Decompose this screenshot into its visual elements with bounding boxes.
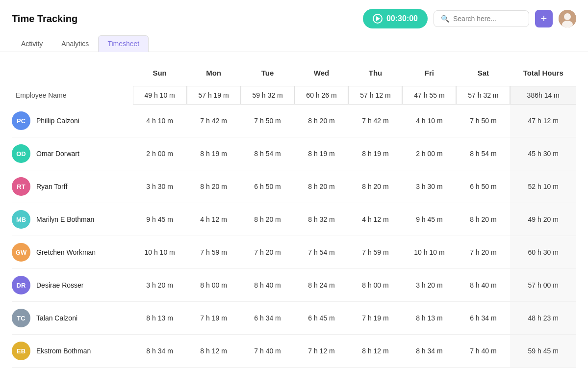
employee-name-cell: GW Gretchen Workman <box>12 236 133 269</box>
header-right: 00:30:00 🔍 + <box>363 9 576 28</box>
main-content: Sun Mon Tue Wed Thu Fri Sat Total Hours … <box>0 52 588 368</box>
hours-fri: 4 h 10 m <box>402 105 456 137</box>
col-header-sat: Sat <box>456 64 510 86</box>
hours-tue: 7 h 40 m <box>241 335 295 368</box>
employee-name-cell: OD Omar Dorwart <box>12 137 133 170</box>
hours-fri: 8 h 34 m <box>402 335 456 368</box>
table-row: RT Ryan Torff 3 h 30 m 8 h 20 m 6 h 50 m… <box>12 170 576 203</box>
totals-sun: 49 h 10 m <box>133 86 187 105</box>
table-row: OD Omar Dorwart 2 h 00 m 8 h 19 m 8 h 54… <box>12 137 576 170</box>
hours-total: 47 h 12 m <box>510 105 576 137</box>
hours-sun: 2 h 00 m <box>133 137 187 170</box>
hours-total: 49 h 20 m <box>510 203 576 236</box>
totals-row: Employee Name 49 h 10 m 57 h 19 m 59 h 3… <box>12 86 576 105</box>
hours-thu: 8 h 12 m <box>348 335 402 368</box>
employee-name: Omar Dorwart <box>36 150 79 158</box>
hours-fri: 3 h 20 m <box>402 269 456 302</box>
hours-fri: 9 h 45 m <box>402 203 456 236</box>
timer-button[interactable]: 00:30:00 <box>363 9 428 28</box>
totals-sat: 57 h 32 m <box>456 86 510 105</box>
hours-sat: 7 h 40 m <box>456 335 510 368</box>
totals-thu: 57 h 12 m <box>348 86 402 105</box>
hours-sat: 8 h 20 m <box>456 203 510 236</box>
hours-sun: 9 h 45 m <box>133 203 187 236</box>
tab-timesheet[interactable]: Timesheet <box>98 35 149 52</box>
hours-sat: 6 h 50 m <box>456 170 510 203</box>
hours-sun: 3 h 20 m <box>133 269 187 302</box>
employee-avatar: PC <box>12 111 30 130</box>
timesheet-table: Sun Mon Tue Wed Thu Fri Sat Total Hours … <box>12 64 576 368</box>
hours-mon: 8 h 20 m <box>187 170 241 203</box>
employee-name-cell: RT Ryan Torff <box>12 170 133 203</box>
hours-total: 48 h 23 m <box>510 302 576 335</box>
employee-name: Ryan Torff <box>36 183 67 190</box>
play-icon <box>373 14 383 24</box>
col-header-sun: Sun <box>133 64 187 86</box>
employee-name-cell: EB Ekstrom Bothman <box>12 335 133 368</box>
hours-mon: 8 h 19 m <box>187 137 241 170</box>
hours-sun: 3 h 30 m <box>133 170 187 203</box>
tabs: Activity Analytics Timesheet <box>0 28 588 52</box>
employee-avatar: GW <box>12 243 30 262</box>
table-row: DR Desirae Rosser 3 h 20 m 8 h 00 m 8 h … <box>12 269 576 302</box>
hours-thu: 7 h 59 m <box>348 236 402 269</box>
hours-total: 59 h 45 m <box>510 335 576 368</box>
employee-avatar: OD <box>12 144 30 163</box>
hours-fri: 8 h 13 m <box>402 302 456 335</box>
hours-mon: 7 h 19 m <box>187 302 241 335</box>
search-input[interactable] <box>453 15 522 23</box>
add-button[interactable]: + <box>535 10 553 27</box>
hours-sun: 8 h 34 m <box>133 335 187 368</box>
svg-point-1 <box>564 13 571 20</box>
hours-total: 57 h 00 m <box>510 269 576 302</box>
hours-mon: 8 h 00 m <box>187 269 241 302</box>
hours-tue: 8 h 20 m <box>241 203 295 236</box>
totals-wed: 60 h 26 m <box>295 86 349 105</box>
tab-analytics[interactable]: Analytics <box>52 35 98 52</box>
user-avatar[interactable] <box>559 10 576 27</box>
hours-sat: 8 h 40 m <box>456 269 510 302</box>
col-header-fri: Fri <box>402 64 456 86</box>
totals-tue: 59 h 32 m <box>241 86 295 105</box>
table-row: MB Marilyn E Bothman 9 h 45 m 4 h 12 m 8… <box>12 203 576 236</box>
employee-name: Phillip Calzoni <box>36 117 79 125</box>
hours-fri: 2 h 00 m <box>402 137 456 170</box>
hours-total: 45 h 30 m <box>510 137 576 170</box>
hours-mon: 7 h 42 m <box>187 105 241 137</box>
hours-wed: 7 h 12 m <box>295 335 349 368</box>
employee-name-cell: TC Talan Calzoni <box>12 302 133 335</box>
totals-fri: 47 h 55 m <box>402 86 456 105</box>
totals-label: Employee Name <box>12 86 133 105</box>
hours-fri: 3 h 30 m <box>402 170 456 203</box>
totals-total: 386h 14 m <box>510 86 576 105</box>
hours-tue: 6 h 50 m <box>241 170 295 203</box>
hours-sat: 8 h 54 m <box>456 137 510 170</box>
hours-thu: 7 h 19 m <box>348 302 402 335</box>
hours-sun: 10 h 10 m <box>133 236 187 269</box>
hours-sat: 7 h 20 m <box>456 236 510 269</box>
col-header-thu: Thu <box>348 64 402 86</box>
hours-sun: 4 h 10 m <box>133 105 187 137</box>
employee-name: Gretchen Workman <box>36 248 96 256</box>
hours-wed: 7 h 54 m <box>295 236 349 269</box>
hours-mon: 8 h 12 m <box>187 335 241 368</box>
header-left: Time Tracking <box>12 13 77 25</box>
hours-wed: 8 h 32 m <box>295 203 349 236</box>
hours-total: 52 h 10 m <box>510 170 576 203</box>
hours-wed: 8 h 20 m <box>295 105 349 137</box>
table-row: PC Phillip Calzoni 4 h 10 m 7 h 42 m 7 h… <box>12 105 576 137</box>
header: Time Tracking 00:30:00 🔍 + <box>0 0 588 28</box>
hours-thu: 7 h 42 m <box>348 105 402 137</box>
table-row: EB Ekstrom Bothman 8 h 34 m 8 h 12 m 7 h… <box>12 335 576 368</box>
employee-name: Desirae Rosser <box>36 281 83 289</box>
col-header-name <box>12 64 133 86</box>
employee-avatar: EB <box>12 342 30 360</box>
timer-label: 00:30:00 <box>386 14 418 23</box>
hours-tue: 7 h 20 m <box>241 236 295 269</box>
employee-name: Marilyn E Bothman <box>36 215 94 223</box>
hours-tue: 8 h 40 m <box>241 269 295 302</box>
totals-mon: 57 h 19 m <box>187 86 241 105</box>
tab-activity[interactable]: Activity <box>12 35 52 52</box>
hours-wed: 8 h 19 m <box>295 137 349 170</box>
employee-avatar: TC <box>12 309 30 327</box>
